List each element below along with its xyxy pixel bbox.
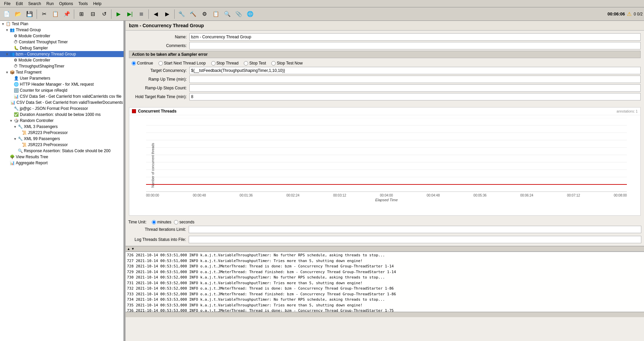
tree-item-jsr223-1[interactable]: 📜JSR223 PreProcessor — [0, 130, 124, 136]
tree-item-xml3[interactable]: ▼🔧XML 3 Passengers — [0, 124, 124, 130]
tree-item-counter[interactable]: 🔢Counter for unique nReqId — [0, 87, 124, 93]
tools-btn5[interactable]: 🔍 — [222, 9, 233, 19]
run-button[interactable]: ▶ — [113, 9, 124, 19]
tree-item-view-results[interactable]: 🌳View Results Tree — [0, 154, 124, 160]
tree-item-user-params[interactable]: 👤User Parameters — [0, 75, 124, 81]
stop-button[interactable]: ⏹ — [136, 9, 147, 19]
expand-button[interactable]: ⊞ — [76, 9, 87, 19]
radio-minutes[interactable]: minutes — [152, 220, 171, 224]
tree-icon-bzm-thread-group: 👥 — [10, 52, 15, 56]
radio-continue[interactable]: Continue — [132, 61, 153, 66]
hold-target-input[interactable] — [189, 93, 641, 100]
ramp-steps-input[interactable] — [189, 84, 641, 92]
comments-row: Comments: — [129, 42, 641, 49]
chart-container: Concurrent Threads annotations: 1 Number… — [129, 107, 641, 216]
log-file-input[interactable] — [189, 236, 641, 243]
tools-btn7[interactable]: 🌐 — [245, 9, 256, 19]
radio-next-loop[interactable]: Start Next Thread Loop — [158, 61, 206, 66]
tree-item-aggregate-report[interactable]: 📊Aggregate Report — [0, 160, 124, 166]
log-line: 732 2021-10-14 00:53:52,000 INFO o.a.j.t… — [127, 286, 643, 292]
target-concurrency-row: Target Concurrency: — [129, 67, 641, 74]
ramp-up-input[interactable] — [189, 76, 641, 83]
menu-file[interactable]: File — [1, 1, 13, 7]
log-area[interactable]: 726 2021-10-14 00:53:51,000 INFO k.a.j.t… — [126, 251, 644, 312]
tree-item-xml99[interactable]: ▼🔧XML 99 Passengers — [0, 136, 124, 142]
time-unit-label: Time Unit: — [128, 220, 146, 224]
menu-options[interactable]: Options — [56, 1, 76, 7]
tree-item-random-controller[interactable]: ▼🎲Random Controller — [0, 118, 124, 124]
tools-btn6[interactable]: 📎 — [233, 9, 244, 19]
tree-icon-test-plan: 📋 — [6, 22, 11, 26]
comments-input[interactable] — [189, 42, 641, 49]
x-axis-labels: 00:00:00 00:00:48 00:01:36 00:02:24 00:0… — [146, 194, 627, 197]
bottom-scrollbar[interactable] — [126, 312, 644, 317]
tree-item-csv-carrierids[interactable]: 📊CSV Data Set - Get CarrierId from valid… — [0, 93, 124, 99]
error-radio-group: Continue Start Next Thread Loop Stop Thr… — [129, 59, 641, 67]
tools-btn2[interactable]: 🔨 — [188, 9, 198, 19]
ramp-up-row: Ramp Up Time (min): — [129, 76, 641, 83]
chart-title: Concurrent Threads — [138, 109, 177, 114]
tree-item-duration-assertion[interactable]: ✅Duration Assertion: should be below 100… — [0, 112, 124, 118]
tree-item-thread-group[interactable]: ▼👥Thread Group — [0, 27, 124, 33]
collapse-button[interactable]: ⊟ — [87, 9, 98, 19]
target-concurrency-label: Target Concurrency: — [129, 68, 189, 73]
tree-item-test-plan[interactable]: ▼📋Test Plan — [0, 21, 124, 27]
tree-label-csv-traveller: CSV Data Set - Get CarrierId from validT… — [16, 100, 123, 105]
x-axis-title: Elapsed Time — [146, 198, 627, 202]
open-button[interactable]: 📂 — [13, 9, 24, 19]
sep4 — [148, 9, 149, 19]
log-line: 733 2021-10-14 00:53:52,000 INFO o.a.j.t… — [127, 292, 643, 297]
tree-icon-duration-assertion: ✅ — [14, 112, 19, 117]
tree-icon-aggregate-report: 📊 — [10, 161, 15, 165]
h-scrollbar[interactable] — [126, 313, 644, 317]
target-concurrency-input[interactable] — [189, 67, 641, 74]
main-layout: ▼📋Test Plan▼👥Thread Group⚙Module Control… — [0, 21, 644, 341]
chart-svg: 0 1 2 3 4 5 6 7 8 9 10 — [146, 118, 627, 192]
tree-label-http-header: HTTP Header Manager - for XML request — [20, 82, 94, 87]
menu-help[interactable]: Help — [90, 1, 104, 7]
tree-item-module-controller[interactable]: ⚙Module Controller — [0, 33, 124, 39]
tree-item-jsr223-2[interactable]: 📜JSR223 PreProcessor — [0, 142, 124, 148]
cut-button[interactable]: ✂ — [39, 9, 49, 19]
radio-seconds[interactable]: seconds — [174, 220, 194, 224]
tree-item-debug-sampler[interactable]: 🐛Debug Sampler — [0, 45, 124, 51]
tree-label-random-controller: Random Controller — [20, 118, 54, 123]
tree-item-csv-traveller[interactable]: 📊CSV Data Set - Get CarrierId from valid… — [0, 99, 124, 105]
run-selected-button[interactable]: ▶| — [125, 9, 135, 19]
reset-button[interactable]: ↺ — [99, 9, 109, 19]
tools-btn1[interactable]: 🔧 — [176, 9, 187, 19]
copy-button[interactable]: 📋 — [50, 9, 61, 19]
radio-stop-thread[interactable]: Stop Thread — [211, 61, 239, 66]
iterations-input[interactable] — [189, 226, 641, 233]
menu-run[interactable]: Run — [44, 1, 56, 7]
back-button[interactable]: ◀ — [150, 9, 161, 19]
forward-button[interactable]: ▶ — [162, 9, 173, 19]
menu-tools[interactable]: Tools — [76, 1, 90, 7]
tree-item-bzm-thread-group[interactable]: ▼👥bzm - Concurrency Thread Group — [0, 51, 124, 57]
radio-stop-test[interactable]: Stop Test — [244, 61, 266, 66]
menu-edit[interactable]: Edit — [13, 1, 26, 7]
tree-item-jp-processor[interactable]: 🔧jp@gc - JSON Format Post Processor — [0, 105, 124, 112]
tools-btn4[interactable]: 📋 — [211, 9, 221, 19]
menu-search[interactable]: Search — [26, 1, 44, 7]
tree-item-module-controller-2[interactable]: ⚙Module Controller — [0, 57, 124, 63]
tree-icon-thread-group: 👥 — [10, 28, 15, 32]
radio-stop-test-now[interactable]: Stop Test Now — [271, 61, 303, 66]
tree-label-user-params: User Parameters — [20, 76, 50, 81]
save-button[interactable]: 💾 — [24, 9, 35, 19]
paste-button[interactable]: 📌 — [61, 9, 72, 19]
iterations-label: Thread Iterations Limit: — [128, 227, 189, 232]
tree-item-test-fragment[interactable]: ▼📦Test Fragment — [0, 69, 124, 75]
tree-item-http-header[interactable]: 🌐HTTP Header Manager - for XML request — [0, 81, 124, 87]
tree-item-constant-throughput[interactable]: ⏱Constant Throughput Timer — [0, 39, 124, 45]
tools-btn3[interactable]: ⚙ — [199, 9, 210, 19]
tree-item-response-assertion[interactable]: 🔍Response Assertion: Status Code should … — [0, 148, 124, 154]
tree-item-throughput-timer[interactable]: ⏱ThroughputShapingTimer — [0, 63, 124, 69]
tree-icon-throughput-timer: ⏱ — [14, 64, 18, 69]
sep5 — [174, 9, 175, 19]
new-button[interactable]: 📄 — [1, 9, 12, 19]
log-line: 735 2021-10-14 00:53:53,000 INFO k.a.j.t… — [127, 303, 643, 308]
log-file-row: Log Threads Status into File: — [126, 235, 644, 245]
comments-label: Comments: — [129, 43, 189, 48]
name-input[interactable] — [189, 33, 641, 41]
